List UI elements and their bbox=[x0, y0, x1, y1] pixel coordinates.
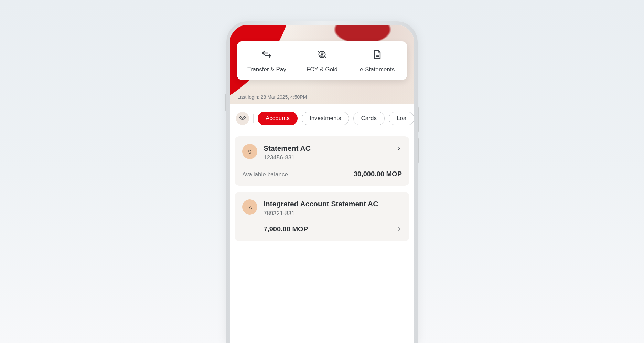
account-name: Statement AC bbox=[264, 144, 389, 153]
phone-screen: Transfer & Pay FCY & Gold e-Statements L… bbox=[230, 25, 414, 343]
quick-actions-card: Transfer & Pay FCY & Gold e-Statements bbox=[237, 41, 407, 80]
account-number: 123456-831 bbox=[264, 154, 389, 161]
divider bbox=[253, 114, 254, 123]
chevron-right-icon bbox=[396, 145, 402, 153]
document-icon bbox=[372, 49, 383, 61]
tab-label: Investments bbox=[310, 115, 341, 122]
eye-icon bbox=[239, 114, 246, 123]
category-tabs: Accounts Investments Cards Loa bbox=[230, 104, 414, 129]
quick-action-transfer-pay[interactable]: Transfer & Pay bbox=[239, 49, 294, 73]
tab-loans-partial[interactable]: Loa bbox=[389, 112, 414, 125]
accounts-list: S Statement AC 123456-831 Available bala… bbox=[230, 129, 414, 241]
currency-exchange-icon bbox=[316, 49, 328, 61]
tab-label: Accounts bbox=[266, 115, 290, 122]
tab-investments[interactable]: Investments bbox=[302, 112, 349, 125]
quick-action-fcy-gold[interactable]: FCY & Gold bbox=[294, 49, 350, 73]
phone-frame: Transfer & Pay FCY & Gold e-Statements L… bbox=[226, 21, 418, 343]
quick-action-label: e-Statements bbox=[360, 66, 395, 73]
account-card[interactable]: IA Integrated Account Statement AC 78932… bbox=[235, 192, 409, 241]
quick-action-estatements[interactable]: e-Statements bbox=[350, 49, 405, 73]
quick-action-label: Transfer & Pay bbox=[247, 66, 286, 73]
last-login-text: Last login: 28 Mar 2025, 4:50PM bbox=[237, 94, 307, 100]
tab-accounts[interactable]: Accounts bbox=[258, 112, 298, 125]
account-card[interactable]: S Statement AC 123456-831 Available bala… bbox=[235, 136, 409, 186]
account-avatar: S bbox=[242, 144, 257, 159]
account-number: 789321-831 bbox=[264, 210, 402, 217]
tab-label: Loa bbox=[397, 115, 406, 122]
balance-label: Available balance bbox=[242, 171, 288, 178]
quick-action-label: FCY & Gold bbox=[307, 66, 337, 73]
account-name: Integrated Account Statement AC bbox=[264, 199, 402, 208]
toggle-hide-balances-button[interactable] bbox=[236, 112, 249, 125]
tab-cards[interactable]: Cards bbox=[353, 112, 385, 125]
chevron-right-icon bbox=[396, 226, 402, 234]
svg-point-1 bbox=[242, 117, 243, 118]
tab-label: Cards bbox=[361, 115, 377, 122]
transfer-icon bbox=[261, 49, 272, 61]
balance-value: 7,900.00 MOP bbox=[264, 225, 308, 233]
hero-banner: Transfer & Pay FCY & Gold e-Statements L… bbox=[230, 25, 414, 104]
balance-value: 30,000.00 MOP bbox=[354, 170, 402, 178]
account-avatar: IA bbox=[242, 199, 257, 215]
